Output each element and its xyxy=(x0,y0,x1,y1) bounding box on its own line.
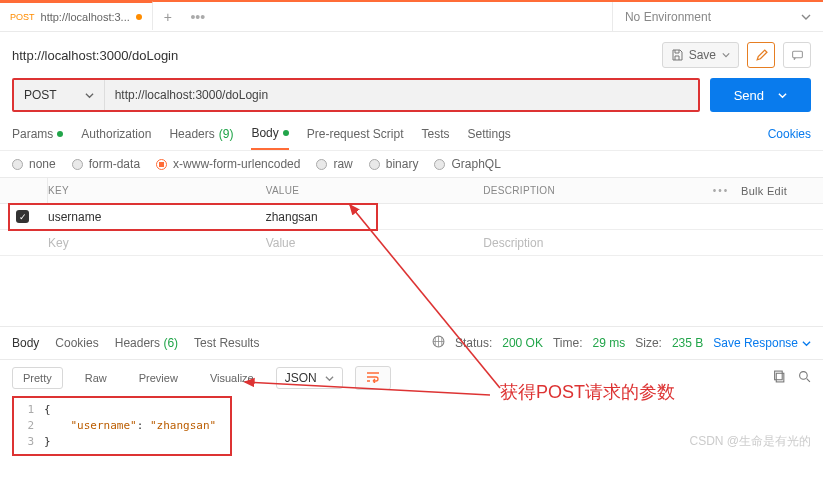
method-url-box: POST http://localhost:3000/doLogin xyxy=(12,78,700,112)
row-key[interactable]: username xyxy=(48,210,266,224)
resp-headers-count: (6) xyxy=(163,336,178,350)
search-icon xyxy=(798,370,811,383)
radio-icon xyxy=(369,159,380,170)
copy-button[interactable] xyxy=(773,370,786,386)
radio-binary[interactable]: binary xyxy=(369,157,419,171)
method-value: POST xyxy=(24,88,57,102)
send-label: Send xyxy=(734,88,764,103)
request-tabs-bar: POST http://localhost:3... + ••• No Envi… xyxy=(0,2,823,32)
search-button[interactable] xyxy=(798,370,811,386)
dot-indicator-icon xyxy=(57,131,63,137)
radio-icon xyxy=(12,159,23,170)
row-checkbox[interactable]: ✓ xyxy=(16,210,29,223)
wrap-lines-button[interactable] xyxy=(355,366,391,390)
url-input[interactable]: http://localhost:3000/doLogin xyxy=(105,80,698,110)
request-tab[interactable]: POST http://localhost:3... xyxy=(0,1,153,30)
radio-icon xyxy=(72,159,83,170)
chevron-down-icon xyxy=(801,12,811,22)
chevron-down-icon xyxy=(722,51,730,59)
environment-label: No Environment xyxy=(625,10,711,24)
kv-row[interactable]: ✓ username zhangsan xyxy=(0,204,823,230)
pencil-icon xyxy=(755,49,768,62)
tab-params[interactable]: Params xyxy=(12,119,63,149)
resp-tab-cookies[interactable]: Cookies xyxy=(55,333,98,353)
chevron-down-icon xyxy=(802,339,811,348)
view-right-actions xyxy=(773,370,811,386)
format-select[interactable]: JSON xyxy=(276,367,343,389)
app-window: POST http://localhost:3... + ••• No Envi… xyxy=(0,0,823,456)
radio-graphql[interactable]: GraphQL xyxy=(434,157,500,171)
add-tab-button[interactable]: + xyxy=(153,9,183,25)
size-value: 235 B xyxy=(672,336,703,350)
view-raw[interactable]: Raw xyxy=(75,368,117,388)
tab-authorization[interactable]: Authorization xyxy=(81,119,151,149)
radio-icon xyxy=(434,159,445,170)
response-body-box: 1{ 2 "username": "zhangsan" 3} xyxy=(12,396,232,456)
resp-tab-headers[interactable]: Headers (6) xyxy=(115,333,178,353)
resp-tab-body[interactable]: Body xyxy=(12,333,39,353)
save-icon xyxy=(671,49,683,61)
globe-icon[interactable] xyxy=(432,335,445,351)
radio-xform[interactable]: x-www-form-urlencoded xyxy=(156,157,300,171)
wrap-icon xyxy=(366,371,380,383)
body-type-row: none form-data x-www-form-urlencoded raw… xyxy=(0,151,823,177)
tab-headers[interactable]: Headers (9) xyxy=(169,119,233,149)
radio-raw[interactable]: raw xyxy=(316,157,352,171)
chevron-down-icon xyxy=(778,91,787,100)
request-title-row: http://localhost:3000/doLogin Save xyxy=(0,32,823,78)
view-preview[interactable]: Preview xyxy=(129,368,188,388)
time-label: Time: xyxy=(553,336,583,350)
response-meta: Status: 200 OK Time: 29 ms Size: 235 B S… xyxy=(432,335,811,351)
watermark: CSDN @生命是有光的 xyxy=(689,433,811,450)
status-code: 200 OK xyxy=(502,336,543,350)
radio-none[interactable]: none xyxy=(12,157,56,171)
environment-selector[interactable]: No Environment xyxy=(612,2,823,31)
svg-point-4 xyxy=(800,372,808,380)
tab-prerequest[interactable]: Pre-request Script xyxy=(307,119,404,149)
comment-icon xyxy=(791,49,804,62)
copy-icon xyxy=(773,370,786,383)
kv-rows-container: ✓ username zhangsan Key Value Descriptio… xyxy=(0,204,823,256)
dot-indicator-icon xyxy=(283,130,289,136)
line-number: 3 xyxy=(20,434,34,450)
method-select[interactable]: POST xyxy=(14,80,105,110)
url-row: POST http://localhost:3000/doLogin Send xyxy=(0,78,823,116)
view-pretty[interactable]: Pretty xyxy=(12,367,63,389)
format-value: JSON xyxy=(285,371,317,385)
tab-overflow-button[interactable]: ••• xyxy=(183,9,213,25)
request-name[interactable]: http://localhost:3000/doLogin xyxy=(12,48,654,63)
line-number: 1 xyxy=(20,402,34,418)
row-value[interactable]: zhangsan xyxy=(266,210,484,224)
size-label: Size: xyxy=(635,336,662,350)
tab-body[interactable]: Body xyxy=(251,118,288,150)
kv-head-desc: DESCRIPTION xyxy=(483,185,701,196)
save-button[interactable]: Save xyxy=(662,42,739,68)
annotation-text: 获得POST请求的参数 xyxy=(500,380,675,404)
row-value-placeholder[interactable]: Value xyxy=(266,236,484,250)
view-visualize[interactable]: Visualize xyxy=(200,368,264,388)
kv-row-empty[interactable]: Key Value Description xyxy=(0,230,823,256)
json-value: "zhangsan" xyxy=(150,419,216,432)
send-button[interactable]: Send xyxy=(710,78,811,112)
radio-checked-icon xyxy=(156,159,167,170)
edit-button[interactable] xyxy=(747,42,775,68)
save-response-button[interactable]: Save Response xyxy=(713,336,811,350)
comments-button[interactable] xyxy=(783,42,811,68)
bulk-edit-button[interactable]: Bulk Edit xyxy=(741,185,811,197)
kv-head-spacer xyxy=(12,178,48,203)
row-desc-placeholder[interactable]: Description xyxy=(483,236,701,250)
code-line: { xyxy=(44,403,51,416)
cookies-link[interactable]: Cookies xyxy=(768,119,811,149)
kv-head-key: KEY xyxy=(48,185,266,196)
json-key: "username" xyxy=(71,419,137,432)
radio-form-data[interactable]: form-data xyxy=(72,157,140,171)
kv-head-actions[interactable]: ••• xyxy=(701,185,741,196)
svg-rect-0 xyxy=(792,51,802,58)
spacer xyxy=(0,256,823,326)
resp-tab-test-results[interactable]: Test Results xyxy=(194,333,259,353)
tab-tests[interactable]: Tests xyxy=(421,119,449,149)
tab-settings[interactable]: Settings xyxy=(468,119,511,149)
row-key-placeholder[interactable]: Key xyxy=(48,236,266,250)
kv-head-value: VALUE xyxy=(266,185,484,196)
code-line: } xyxy=(44,435,51,448)
